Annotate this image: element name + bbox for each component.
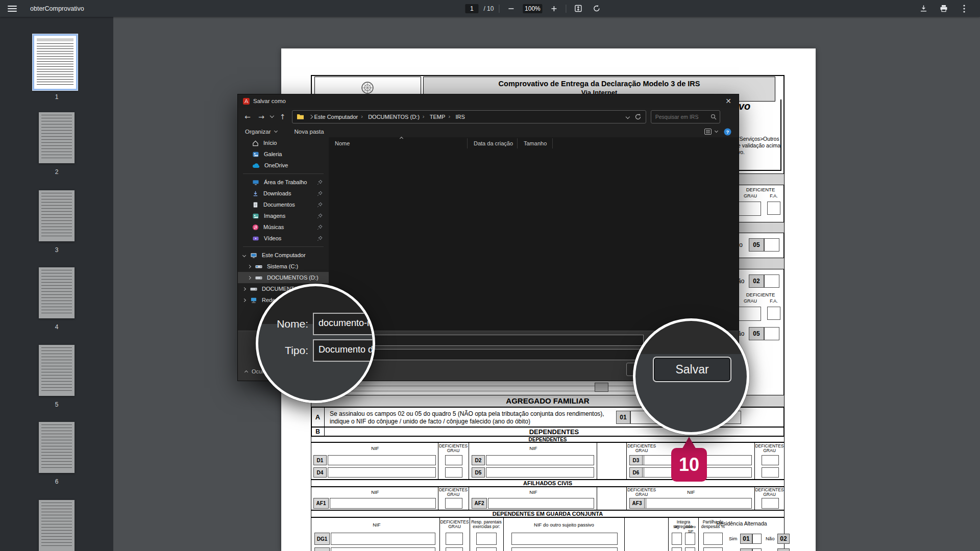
home-icon [252, 140, 259, 146]
help-icon[interactable]: ? [724, 128, 731, 136]
magnified-filetype-value: Documento do Adobe A [313, 339, 375, 362]
magnifier-filename-callout: Nome: documento-irs.pdf Tipo: Documento … [256, 284, 375, 403]
address-bar[interactable]: Este Computador DOCUMENTOS (D:) TEMP IRS [292, 110, 646, 123]
nif-header: NIF [471, 446, 596, 450]
sidebar-item-musicas[interactable]: Músicas [238, 221, 329, 233]
new-folder-button[interactable]: Nova pasta [295, 129, 324, 135]
af-label: AF3 [629, 498, 645, 509]
print-icon[interactable] [937, 2, 950, 15]
expand-chevron-icon[interactable] [242, 298, 246, 302]
dep-grau-box [445, 467, 462, 478]
breadcrumb-item[interactable]: Este Computador [314, 114, 358, 120]
refresh-icon[interactable] [634, 113, 642, 120]
sidebar-item-documentos[interactable]: Documentos [238, 199, 329, 210]
zoom-level[interactable]: 100% [523, 4, 542, 13]
magnified-save-button[interactable]: Salvar [653, 357, 731, 382]
download-icon[interactable] [917, 2, 930, 15]
breadcrumb-item[interactable]: DOCUMENTOS (D:) [368, 114, 420, 120]
af-grau-box [762, 498, 779, 509]
dep-nif-box [328, 467, 436, 478]
dg-nif-box [331, 533, 435, 545]
page-thumbnail-6[interactable] [39, 422, 75, 473]
sidebar-item-imagens[interactable]: Imagens [238, 210, 329, 221]
expand-chevron-icon[interactable] [242, 253, 246, 257]
forward-icon[interactable]: → [257, 113, 266, 121]
view-options-button[interactable] [704, 129, 718, 135]
search-input[interactable] [654, 113, 710, 120]
column-header-date[interactable]: Data da criação [468, 138, 518, 148]
zoom-out-button[interactable] [504, 2, 518, 15]
doc-rule [313, 391, 684, 391]
thumbnail-label: 4 [0, 323, 113, 331]
page-thumbnail-5[interactable] [39, 345, 75, 396]
sidebar-item-documentos-d[interactable]: DOCUMENTOS (D:) [238, 272, 329, 283]
field-code: 05 [749, 327, 764, 340]
expand-chevron-icon[interactable] [242, 287, 246, 290]
sidebar-item-este-computador[interactable]: Este Computador [238, 249, 329, 261]
breadcrumb-item[interactable]: TEMP [430, 114, 446, 120]
page-thumbnail-2[interactable] [39, 112, 75, 163]
history-chevron-icon[interactable] [270, 114, 274, 118]
sidebar-item-videos[interactable]: Vídeos [238, 233, 329, 244]
outro-header: NIF do outro sujeito passivo [504, 522, 624, 527]
sidebar-item-area-de-trabalho[interactable]: Área de Trabalho [238, 177, 329, 188]
dg-grau-box [446, 533, 463, 545]
sidebar-item-sistema-c[interactable]: Sistema (C:) [238, 261, 329, 272]
document-icon [252, 202, 259, 208]
nif-header: NIF [314, 522, 439, 527]
page-thumbnail-3[interactable] [39, 190, 75, 241]
sidebar-item-downloads[interactable]: Downloads [238, 188, 329, 199]
breadcrumb-item[interactable]: IRS [455, 114, 464, 120]
sim-label: Sim [729, 536, 737, 541]
page-thumbnail-7[interactable] [39, 500, 75, 551]
column-header-name[interactable]: Nome [329, 138, 468, 148]
expand-chevron-icon[interactable] [248, 264, 251, 268]
menu-icon[interactable] [8, 6, 17, 12]
dg-partilha-box [703, 547, 723, 551]
dep-label: D6 [629, 467, 643, 478]
dg-outro-sp-box [685, 533, 695, 545]
back-icon[interactable]: ← [243, 113, 252, 121]
file-list-area[interactable]: Nome Data da criação Tamanho [329, 137, 739, 331]
dg-resp-box [476, 533, 497, 545]
svg-text:?: ? [726, 129, 729, 135]
magnified-filetype-label: Tipo: [258, 344, 313, 357]
address-dropdown-icon[interactable] [626, 114, 630, 118]
search-box[interactable] [651, 110, 720, 123]
page-thumbnail-1[interactable] [33, 34, 78, 90]
dg-sp-box [672, 547, 682, 551]
close-icon[interactable]: ✕ [718, 94, 739, 108]
af-label: AF1 [313, 498, 329, 509]
page-thumbnail-4[interactable] [39, 267, 75, 318]
more-menu-icon[interactable] [958, 2, 971, 15]
page-number-input[interactable]: 1 [465, 4, 478, 13]
af-nif-box [646, 498, 752, 509]
doc-field-fragment: ão 02 [738, 274, 785, 289]
guarda-band: DEPENDENTES EM GUARDA CONJUNTA [311, 510, 785, 517]
dg-outro-sp-box [685, 547, 695, 551]
dialog-titlebar[interactable]: Salvar como [238, 94, 739, 108]
dep-label: D1 [313, 455, 327, 465]
organize-button[interactable]: Organizar [245, 129, 277, 135]
doc-rule [313, 386, 684, 386]
sidebar-item-onedrive[interactable]: OneDrive [238, 160, 329, 171]
sidebar-item-galeria[interactable]: Galeria [238, 148, 329, 160]
up-icon[interactable]: ↑ [278, 113, 287, 121]
expand-chevron-icon[interactable] [248, 276, 251, 279]
dg-outro-box [511, 547, 618, 551]
rotate-icon[interactable] [590, 2, 603, 15]
sidebar-item-inicio[interactable]: Início [238, 137, 329, 148]
step-marker: 10 [671, 437, 707, 482]
fa-header: F.A. [766, 299, 781, 304]
column-header-size[interactable]: Tamanho [518, 138, 553, 148]
sidebar-separator [243, 246, 324, 247]
system-drive-icon [255, 264, 262, 269]
pin-icon [317, 180, 323, 185]
zoom-in-button[interactable] [547, 2, 560, 15]
field-code: 05 [749, 238, 764, 252]
grau-header: GRAU [438, 492, 468, 497]
guarda-table: NIF DEFICIENTES GRAU Resp. parentais exe… [311, 517, 785, 551]
fit-page-icon[interactable] [571, 2, 584, 15]
pin-icon [317, 202, 323, 208]
row-b-label: B [311, 428, 325, 436]
